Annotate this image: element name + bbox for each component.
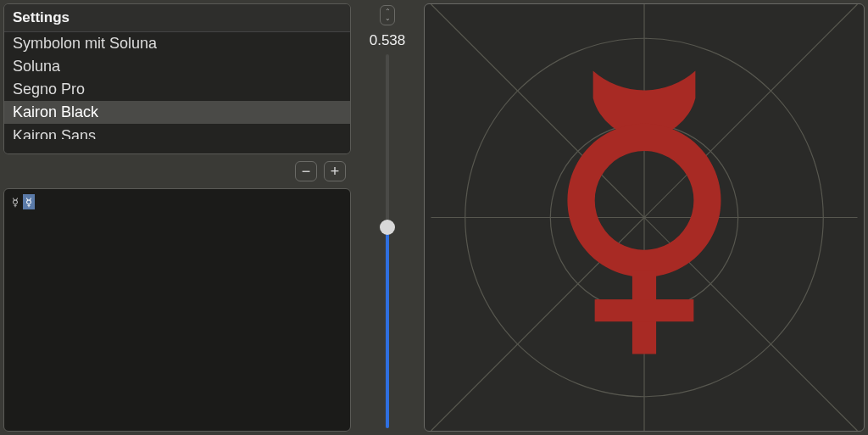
preview-svg (425, 4, 864, 431)
glyph-cell[interactable]: ☿ (23, 194, 35, 209)
minus-icon: − (302, 164, 311, 179)
glyph-panel: ☿ ☿ (3, 188, 351, 432)
add-button[interactable]: + (324, 161, 346, 181)
settings-item[interactable]: Soluna (4, 55, 350, 78)
settings-item[interactable]: Kairon Sans (4, 124, 350, 139)
glyph-cell[interactable]: ☿ (9, 194, 21, 209)
slider-value: 0.538 (370, 32, 406, 49)
chevron-down-icon: ⌄ (385, 15, 391, 22)
app-root: Settings Symbolon mit Soluna Soluna Segn… (0, 0, 868, 435)
settings-item[interactable]: Segno Pro (4, 78, 350, 101)
slider-thumb[interactable] (380, 220, 395, 235)
settings-panel: Settings Symbolon mit Soluna Soluna Segn… (3, 3, 351, 154)
settings-header: Settings (4, 4, 350, 32)
glyph-preview (424, 3, 865, 432)
plus-icon: + (331, 164, 340, 179)
vertical-slider[interactable] (380, 54, 395, 428)
preview-column (424, 3, 865, 432)
svg-rect-7 (595, 299, 694, 321)
value-stepper[interactable]: ⌃ ⌄ (380, 5, 395, 25)
left-column: Settings Symbolon mit Soluna Soluna Segn… (3, 3, 351, 432)
settings-item[interactable]: Symbolon mit Soluna (4, 32, 350, 55)
slider-fill (386, 227, 389, 428)
remove-button[interactable]: − (295, 161, 317, 181)
glyph-items: ☿ ☿ (9, 194, 345, 209)
slider-column: ⌃ ⌄ 0.538 (358, 3, 417, 432)
settings-item[interactable]: Kairon Black (4, 101, 350, 124)
guide-grid (431, 4, 858, 431)
settings-list[interactable]: Symbolon mit Soluna Soluna Segno Pro Kai… (4, 32, 350, 153)
add-remove-row: − + (3, 161, 351, 181)
